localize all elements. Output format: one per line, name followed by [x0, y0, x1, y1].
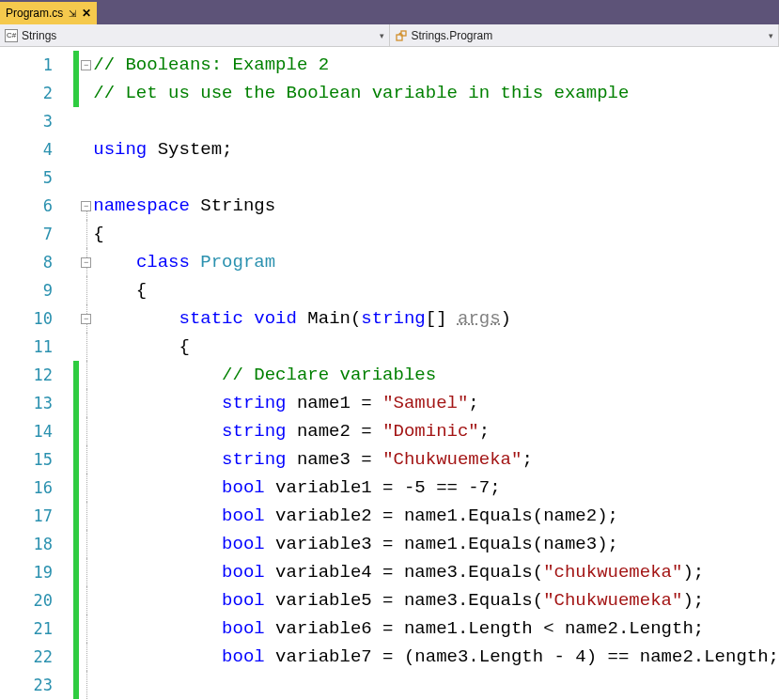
line-number: 6 — [0, 192, 73, 220]
fold-toggle[interactable]: − — [81, 60, 91, 70]
line-number: 18 — [0, 530, 73, 558]
line-number: 11 — [0, 333, 73, 361]
fold-toggle[interactable]: − — [81, 257, 91, 268]
tab-bar: Program.cs ⇲ ✕ — [0, 0, 779, 24]
line-number: 23 — [0, 671, 73, 699]
fold-cell — [79, 163, 93, 192]
line-number: 14 — [0, 417, 73, 445]
code-line[interactable] — [93, 107, 779, 135]
fold-cell — [79, 530, 93, 558]
line-number: 12 — [0, 361, 73, 389]
fold-cell: − — [79, 192, 93, 220]
line-number: 3 — [0, 107, 73, 135]
fold-cell — [79, 614, 93, 643]
code-line[interactable]: class Program — [93, 248, 779, 276]
fold-cell — [79, 417, 93, 445]
fold-cell — [79, 276, 93, 304]
line-number: 10 — [0, 304, 73, 333]
code-content[interactable]: // Booleans: Example 2// Let us use the … — [93, 47, 779, 700]
fold-toggle[interactable]: − — [81, 314, 91, 324]
line-number: 15 — [0, 445, 73, 474]
line-number: 7 — [0, 220, 73, 248]
code-line[interactable]: bool variable6 = name1.Length < name2.Le… — [93, 614, 779, 643]
code-line[interactable]: namespace Strings — [93, 192, 779, 220]
code-line[interactable]: // Declare variables — [93, 361, 779, 389]
line-number: 16 — [0, 474, 73, 502]
code-line[interactable]: bool variable7 = (name3.Length - 4) == n… — [93, 643, 779, 671]
fold-cell — [79, 220, 93, 248]
csharp-icon: C# — [5, 29, 18, 42]
fold-column: −−−− — [79, 47, 93, 700]
scope-dropdown-right[interactable]: Strings.Program ▾ — [390, 24, 780, 46]
code-line[interactable]: bool variable3 = name1.Equals(name3); — [93, 530, 779, 558]
fold-cell — [79, 135, 93, 163]
fold-toggle[interactable]: − — [81, 201, 91, 211]
scope-left-text: Strings — [22, 29, 56, 42]
code-line[interactable]: static void Main(string[] args) — [93, 304, 779, 333]
line-number: 1 — [0, 51, 73, 79]
chevron-down-icon: ▾ — [380, 31, 384, 40]
code-line[interactable]: bool variable4 = name3.Equals("chukwueme… — [93, 558, 779, 586]
scope-dropdown-left[interactable]: C# Strings ▾ — [0, 24, 390, 46]
fold-cell — [79, 333, 93, 361]
code-line[interactable]: // Let us use the Boolean variable in th… — [93, 79, 779, 107]
line-number: 13 — [0, 389, 73, 417]
code-line[interactable]: { — [93, 220, 779, 248]
fold-cell — [79, 502, 93, 530]
code-line[interactable]: bool variable1 = -5 == -7; — [93, 474, 779, 502]
fold-cell — [79, 586, 93, 614]
code-line[interactable]: // Booleans: Example 2 — [93, 51, 779, 79]
line-number: 9 — [0, 276, 73, 304]
code-line[interactable]: { — [93, 276, 779, 304]
line-number: 4 — [0, 135, 73, 163]
line-number: 20 — [0, 586, 73, 614]
code-line[interactable]: { — [93, 333, 779, 361]
fold-cell — [79, 671, 93, 699]
navigation-bar: C# Strings ▾ Strings.Program ▾ — [0, 24, 779, 47]
tab-title: Program.cs — [6, 7, 63, 20]
line-number: 19 — [0, 558, 73, 586]
chevron-down-icon: ▾ — [769, 31, 773, 40]
code-line[interactable]: string name1 = "Samuel"; — [93, 389, 779, 417]
line-number: 22 — [0, 643, 73, 671]
line-number: 21 — [0, 614, 73, 643]
fold-cell — [79, 361, 93, 389]
code-line[interactable]: bool variable2 = name1.Equals(name2); — [93, 502, 779, 530]
class-icon — [395, 29, 408, 42]
line-number: 8 — [0, 248, 73, 276]
code-line[interactable]: using System; — [93, 135, 779, 163]
fold-cell — [79, 643, 93, 671]
close-icon[interactable]: ✕ — [82, 7, 91, 20]
line-number-gutter: 1234567891011121314151617181920212223 — [0, 47, 73, 700]
code-line[interactable]: bool variable5 = name3.Equals("Chukwueme… — [93, 586, 779, 614]
code-line[interactable]: string name2 = "Dominic"; — [93, 417, 779, 445]
code-line[interactable] — [93, 163, 779, 192]
fold-cell — [79, 389, 93, 417]
pin-icon[interactable]: ⇲ — [69, 8, 76, 19]
fold-cell: − — [79, 51, 93, 79]
fold-cell: − — [79, 304, 93, 333]
fold-cell — [79, 558, 93, 586]
line-number: 5 — [0, 163, 73, 192]
fold-cell — [79, 107, 93, 135]
fold-cell — [79, 79, 93, 107]
document-tab[interactable]: Program.cs ⇲ ✕ — [0, 2, 97, 24]
line-number: 17 — [0, 502, 73, 530]
code-editor[interactable]: 1234567891011121314151617181920212223 −−… — [0, 47, 779, 700]
line-number: 2 — [0, 79, 73, 107]
fold-cell — [79, 474, 93, 502]
fold-cell: − — [79, 248, 93, 276]
code-line[interactable] — [93, 671, 779, 699]
scope-right-text: Strings.Program — [412, 29, 493, 42]
fold-cell — [79, 445, 93, 474]
code-line[interactable]: string name3 = "Chukwuemeka"; — [93, 445, 779, 474]
